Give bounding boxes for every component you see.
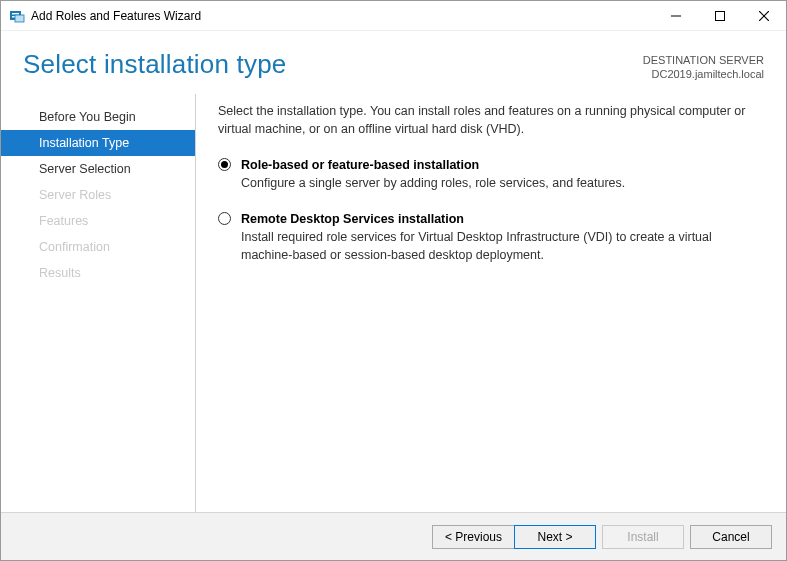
destination-label: DESTINATION SERVER	[643, 53, 764, 67]
step-server-roles: Server Roles	[1, 182, 195, 208]
step-installation-type[interactable]: Installation Type	[1, 130, 195, 156]
next-button[interactable]: Next >	[514, 525, 596, 549]
svg-rect-1	[12, 13, 19, 15]
nav-button-group: < Previous Next >	[432, 525, 596, 549]
destination-server: DC2019.jamiltech.local	[643, 67, 764, 81]
step-features: Features	[1, 208, 195, 234]
destination-block: DESTINATION SERVER DC2019.jamiltech.loca…	[643, 49, 764, 82]
page-title: Select installation type	[23, 49, 287, 80]
install-button: Install	[602, 525, 684, 549]
maximize-button[interactable]	[698, 1, 742, 30]
option-title: Role-based or feature-based installation	[241, 156, 764, 174]
radio-role-based[interactable]	[218, 158, 231, 171]
step-results: Results	[1, 260, 195, 286]
wizard-header: Select installation type DESTINATION SER…	[1, 31, 786, 94]
minimize-button[interactable]	[654, 1, 698, 30]
cancel-button[interactable]: Cancel	[690, 525, 772, 549]
wizard-content: Select the installation type. You can in…	[196, 94, 786, 512]
option-remote-desktop[interactable]: Remote Desktop Services installation Ins…	[218, 210, 764, 264]
window-title: Add Roles and Features Wizard	[31, 9, 201, 23]
option-desc: Configure a single server by adding role…	[241, 174, 764, 192]
step-server-selection[interactable]: Server Selection	[1, 156, 195, 182]
wizard-body: Before You Begin Installation Type Serve…	[1, 94, 786, 512]
window-controls	[654, 1, 786, 30]
option-title: Remote Desktop Services installation	[241, 210, 764, 228]
option-body: Remote Desktop Services installation Ins…	[241, 210, 764, 264]
previous-button[interactable]: < Previous	[432, 525, 514, 549]
step-confirmation: Confirmation	[1, 234, 195, 260]
close-button[interactable]	[742, 1, 786, 30]
wizard-icon	[9, 8, 25, 24]
option-role-based[interactable]: Role-based or feature-based installation…	[218, 156, 764, 192]
option-desc: Install required role services for Virtu…	[241, 228, 764, 264]
svg-rect-5	[716, 11, 725, 20]
svg-rect-3	[15, 15, 24, 22]
intro-text: Select the installation type. You can in…	[218, 102, 764, 138]
wizard-sidebar: Before You Begin Installation Type Serve…	[1, 94, 196, 512]
option-body: Role-based or feature-based installation…	[241, 156, 764, 192]
wizard-footer: < Previous Next > Install Cancel	[1, 512, 786, 560]
titlebar: Add Roles and Features Wizard	[1, 1, 786, 31]
radio-remote-desktop[interactable]	[218, 212, 231, 225]
step-before-you-begin[interactable]: Before You Begin	[1, 104, 195, 130]
